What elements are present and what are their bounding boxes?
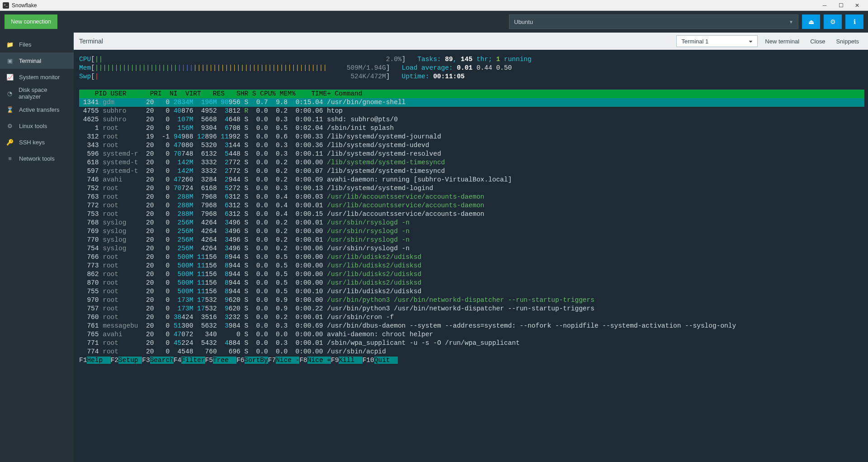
content-pane: Terminal Terminal 1 New terminal Close S… (74, 33, 868, 462)
process-row[interactable]: 618 systemd-t 20 0 142M 3332 2772 S 0.0 … (79, 158, 864, 167)
new-connection-button[interactable]: New connection (5, 14, 57, 29)
sidebar-icon: ≡ (6, 155, 14, 162)
chevron-down-icon: ▼ (789, 19, 793, 24)
info-icon: ℹ (854, 18, 856, 25)
process-row[interactable]: 1 root 20 0 156M 9304 6708 S 0.0 0.5 0:0… (79, 124, 864, 133)
content-header: Terminal Terminal 1 New terminal Close S… (74, 33, 868, 50)
process-row[interactable]: 763 root 20 0 288M 7968 6312 S 0.0 0.4 0… (79, 193, 864, 201)
connection-select[interactable]: Ubuntu ▼ (509, 14, 798, 29)
sidebar-item-active-transfers[interactable]: ⌛Active transfers (0, 101, 74, 118)
process-row[interactable]: 757 root 20 0 173M 17532 9620 S 0.0 0.9 … (79, 305, 864, 313)
process-row[interactable]: 761 messagebu 20 0 51300 5632 3984 S 0.0… (79, 322, 864, 330)
sidebar-item-system-monitor[interactable]: 📈System monitor (0, 69, 74, 85)
minimize-button[interactable]: ─ (816, 0, 833, 11)
sidebar-item-disk-space-analyzer[interactable]: ◔Disk space analyzer (0, 85, 74, 101)
process-row[interactable]: 746 avahi 20 0 47260 3284 2944 S 0.0 0.2… (79, 176, 864, 184)
top-toolbar: New connection Ubuntu ▼ ⏏ ⚙ ℹ (0, 11, 868, 33)
process-row[interactable]: 772 root 20 0 288M 7968 6312 S 0.0 0.4 0… (79, 201, 864, 210)
process-row[interactable]: 770 syslog 20 0 256M 4264 3496 S 0.0 0.2… (79, 236, 864, 244)
process-row[interactable]: 765 avahi 20 0 47072 340 0 S 0.0 0.0 0:0… (79, 330, 864, 339)
sidebar-item-label: SSH keys (19, 139, 45, 146)
process-row[interactable]: 771 root 20 0 45224 5432 4884 S 0.0 0.3 … (79, 339, 864, 348)
sidebar-item-linux-tools[interactable]: ⚙Linux tools (0, 118, 74, 134)
app-icon (3, 2, 9, 9)
sidebar-item-label: Network tools (19, 155, 55, 162)
sidebar-icon: ◔ (6, 90, 13, 97)
process-row[interactable]: 760 root 20 0 38424 3516 3232 S 0.0 0.2 … (79, 313, 864, 322)
process-row[interactable]: 769 syslog 20 0 256M 4264 3496 S 0.0 0.2… (79, 227, 864, 236)
gear-icon: ⚙ (830, 18, 836, 25)
process-row[interactable]: 754 syslog 20 0 256M 4264 3496 S 0.0 0.2… (79, 244, 864, 253)
process-row[interactable]: 4625 subhro 20 0 107M 5668 4648 S 0.0 0.… (79, 115, 864, 124)
process-row[interactable]: 773 root 20 0 500M 11156 8944 S 0.0 0.5 … (79, 262, 864, 270)
eject-icon: ⏏ (808, 18, 814, 25)
close-terminal-button[interactable]: Close (807, 36, 829, 47)
maximize-button[interactable]: ☐ (833, 0, 849, 11)
process-row[interactable]: 4755 subhro 20 0 40876 4952 3812 R 0.0 0… (79, 107, 864, 115)
sidebar-item-label: Files (19, 41, 31, 48)
sidebar-item-label: Disk space analyzer (19, 86, 67, 100)
sidebar-item-label: Active transfers (19, 106, 60, 113)
process-row[interactable]: 597 systemd-t 20 0 142M 3332 2772 S 0.0 … (79, 167, 864, 176)
sidebar-item-label: System monitor (19, 74, 60, 81)
sidebar-icon: ▣ (6, 57, 14, 64)
new-terminal-button[interactable]: New terminal (761, 36, 803, 47)
sidebar-item-network-tools[interactable]: ≡Network tools (0, 150, 74, 167)
process-row[interactable]: 774 root 20 0 4548 760 696 S 0.0 0.0 0:0… (79, 348, 864, 356)
sidebar-item-label: Linux tools (19, 123, 47, 129)
process-row[interactable]: 596 systemd-r 20 0 70748 6132 5448 S 0.0… (79, 150, 864, 158)
snippets-button[interactable]: Snippets (832, 36, 863, 47)
settings-button[interactable]: ⚙ (824, 14, 842, 29)
process-row[interactable]: 766 root 20 0 500M 11156 8944 S 0.0 0.5 … (79, 253, 864, 262)
sidebar-icon: 📁 (6, 41, 14, 48)
terminal-select[interactable]: Terminal 1 (676, 35, 758, 47)
process-row[interactable]: 870 root 20 0 500M 11156 8944 S 0.0 0.5 … (79, 279, 864, 287)
info-button[interactable]: ℹ (845, 14, 863, 29)
process-row[interactable]: 312 root 19 -1 94988 12896 11992 S 0.0 0… (79, 133, 864, 141)
window-title: Snowflake (12, 2, 37, 9)
process-row[interactable]: 755 root 20 0 500M 11156 8944 S 0.0 0.5 … (79, 287, 864, 296)
terminal-output[interactable]: CPU[|| 2.0%] Tasks: 89, 145 thr; 1 runni… (74, 50, 868, 462)
sidebar-icon: ⌛ (6, 106, 14, 113)
process-row[interactable]: 768 syslog 20 0 256M 4264 3496 S 0.0 0.2… (79, 219, 864, 227)
connection-selected-label: Ubuntu (514, 19, 533, 25)
process-row[interactable]: 753 root 20 0 288M 7968 6312 S 0.0 0.4 0… (79, 210, 864, 219)
sidebar-item-ssh-keys[interactable]: 🔑SSH keys (0, 134, 74, 150)
disconnect-button[interactable]: ⏏ (802, 14, 820, 29)
sidebar-item-terminal[interactable]: ▣Terminal (0, 52, 74, 69)
process-row[interactable]: 1341 gdm 20 0 2834M 196M 90956 S 0.7 9.8… (79, 98, 864, 107)
close-window-button[interactable]: ✕ (849, 0, 865, 11)
process-row[interactable]: 752 root 20 0 70724 6168 5272 S 0.0 0.3 … (79, 184, 864, 193)
process-row[interactable]: 970 root 20 0 173M 17532 9620 S 0.0 0.9 … (79, 296, 864, 305)
sidebar-icon: ⚙ (6, 123, 14, 129)
sidebar-item-files[interactable]: 📁Files (0, 36, 74, 52)
sidebar-item-label: Terminal (19, 57, 41, 64)
sidebar: 📁Files▣Terminal📈System monitor◔Disk spac… (0, 33, 74, 462)
page-title: Terminal (79, 38, 103, 45)
sidebar-icon: 📈 (6, 74, 14, 81)
sidebar-icon: 🔑 (6, 139, 14, 146)
process-row[interactable]: 862 root 20 0 500M 11156 8944 S 0.0 0.5 … (79, 270, 864, 279)
htop-function-bar[interactable]: F1Help F2Setup F3SearchF4FilterF5Tree F6… (79, 356, 864, 365)
process-row[interactable]: 343 root 20 0 47080 5320 3144 S 0.0 0.3 … (79, 141, 864, 150)
window-titlebar: Snowflake ─ ☐ ✕ (0, 0, 868, 11)
